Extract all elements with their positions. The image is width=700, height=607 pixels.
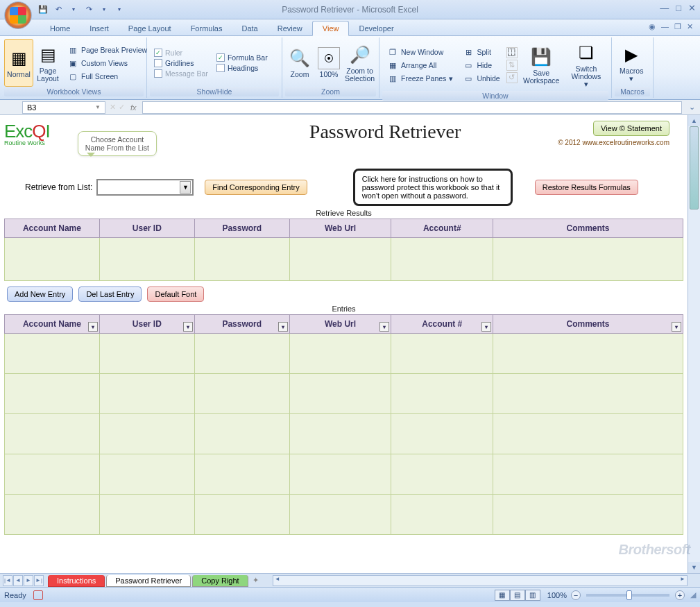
maximize-button[interactable]: □: [676, 3, 681, 13]
macros-button[interactable]: ▶Macros▾: [615, 39, 648, 87]
scroll-down-icon[interactable]: ▼: [688, 562, 700, 573]
find-entry-button[interactable]: Find Corresponding Entry: [205, 180, 307, 195]
prev-sheet-button[interactable]: ◄: [13, 575, 23, 586]
sync-scroll-icon[interactable]: ⇅: [506, 60, 518, 71]
macro-record-icon[interactable]: [33, 590, 43, 600]
entries-header[interactable]: Comments▾: [493, 315, 683, 334]
doc-close-button[interactable]: ✕: [687, 22, 693, 31]
help-icon[interactable]: ◉: [649, 22, 656, 31]
entries-header[interactable]: User ID▾: [99, 315, 194, 334]
close-button[interactable]: ✕: [688, 3, 696, 13]
split-button[interactable]: ⊞Split: [461, 46, 502, 58]
table-row[interactable]: [5, 238, 683, 281]
filter-icon[interactable]: ▾: [278, 322, 288, 332]
undo-menu-icon[interactable]: ▾: [68, 4, 79, 15]
custom-views-button[interactable]: ▣Custom Views: [65, 57, 149, 69]
doc-minimize-button[interactable]: —: [661, 22, 669, 31]
sheet-tab-copyright[interactable]: Copy Right: [192, 575, 248, 587]
zoom-out-button[interactable]: −: [571, 590, 581, 600]
table-row[interactable]: [5, 495, 683, 535]
table-row[interactable]: [5, 454, 683, 495]
zoom-100-button[interactable]: ⦿100%: [314, 39, 343, 87]
page-break-preview-button[interactable]: ▥Page Break Preview: [65, 44, 149, 56]
minimize-button[interactable]: —: [660, 3, 669, 13]
page-layout-button[interactable]: ▤ Page Layout: [33, 39, 62, 87]
expand-formula-bar-icon[interactable]: ⌄: [686, 103, 697, 112]
sheet-tab-password-retriever[interactable]: Password Retriever: [106, 575, 191, 587]
page-layout-view-btn[interactable]: ▤: [510, 590, 525, 601]
scroll-thumb[interactable]: [690, 126, 699, 210]
redo-icon[interactable]: ↷: [83, 4, 94, 15]
filter-icon[interactable]: ▾: [183, 322, 193, 332]
office-button[interactable]: [4, 1, 32, 29]
reset-pos-icon[interactable]: ↺: [506, 72, 518, 83]
ruler-checkbox[interactable]: ✓Ruler: [153, 48, 210, 58]
filter-icon[interactable]: ▾: [481, 322, 491, 332]
view-statement-button[interactable]: View © Statement: [593, 121, 669, 136]
switch-windows-button[interactable]: ❏Switch Windows ▾: [564, 39, 608, 91]
full-screen-button[interactable]: ▢Full Screen: [65, 70, 149, 83]
table-row[interactable]: [5, 374, 683, 414]
hide-button[interactable]: ▭Hide: [461, 59, 502, 71]
tab-data[interactable]: Data: [232, 22, 267, 35]
vertical-scrollbar[interactable]: ▲ ▼: [688, 115, 700, 573]
sheet-tab-instructions[interactable]: Instructions: [48, 575, 105, 587]
filter-icon[interactable]: ▾: [672, 322, 681, 332]
save-workspace-button[interactable]: 💾Save Workspace: [519, 39, 564, 91]
filter-icon[interactable]: ▾: [88, 322, 98, 332]
first-sheet-button[interactable]: |◄: [3, 575, 12, 586]
qat-customize-icon[interactable]: ▾: [114, 4, 125, 15]
filter-icon[interactable]: ▾: [379, 322, 389, 332]
zoom-slider[interactable]: [586, 594, 669, 597]
restore-formulas-button[interactable]: Restore Results Formulas: [535, 180, 638, 195]
cancel-formula-icon[interactable]: ✕: [110, 103, 116, 112]
enter-formula-icon[interactable]: ✓: [119, 103, 125, 112]
normal-view-btn[interactable]: ▦: [495, 590, 510, 601]
formula-input[interactable]: [142, 101, 682, 114]
horizontal-scrollbar[interactable]: [273, 575, 688, 586]
arrange-all-button[interactable]: ▦Arrange All: [385, 59, 455, 71]
entries-header[interactable]: Account Name▾: [5, 315, 100, 334]
entries-header[interactable]: Account #▾: [391, 315, 493, 334]
next-sheet-button[interactable]: ►: [24, 575, 33, 586]
scroll-up-icon[interactable]: ▲: [688, 115, 700, 126]
tab-insert[interactable]: Insert: [80, 22, 119, 35]
tab-page-layout[interactable]: Page Layout: [119, 22, 181, 35]
new-window-button[interactable]: ❐New Window: [385, 46, 455, 58]
gridlines-checkbox[interactable]: Gridlines: [153, 58, 210, 68]
zoom-in-button[interactable]: +: [675, 590, 685, 600]
retrieve-combo[interactable]: ▼: [96, 179, 194, 196]
side-by-side-icon[interactable]: ⿰: [506, 47, 518, 58]
fx-icon[interactable]: fx: [130, 103, 137, 112]
formula-bar-checkbox[interactable]: ✓Formula Bar: [215, 53, 269, 62]
default-font-button[interactable]: Default Font: [147, 287, 204, 302]
headings-checkbox[interactable]: Headings: [215, 63, 269, 73]
zoom-level[interactable]: 100%: [547, 591, 567, 599]
tab-view[interactable]: View: [312, 21, 350, 36]
chevron-down-icon[interactable]: ▼: [180, 181, 191, 194]
last-sheet-button[interactable]: ►|: [34, 575, 44, 586]
table-row[interactable]: [5, 414, 683, 454]
freeze-panes-button[interactable]: ▥Freeze Panes ▾: [385, 72, 455, 85]
delete-last-entry-button[interactable]: Del Last Entry: [78, 287, 142, 302]
redo-menu-icon[interactable]: ▾: [99, 4, 110, 15]
name-box[interactable]: B3▼: [22, 101, 105, 114]
instructions-box[interactable]: Click here for instructions on how to pa…: [353, 169, 513, 206]
zoom-button[interactable]: 🔍Zoom: [285, 39, 314, 87]
add-entry-button[interactable]: Add New Entry: [7, 287, 73, 302]
save-icon[interactable]: 💾: [37, 4, 49, 15]
message-bar-checkbox[interactable]: Message Bar: [153, 69, 210, 78]
resize-grip-icon[interactable]: ◢: [690, 590, 696, 599]
table-row[interactable]: [5, 334, 683, 374]
undo-icon[interactable]: ↶: [53, 4, 64, 15]
tab-home[interactable]: Home: [40, 22, 80, 35]
entries-header[interactable]: Password▾: [194, 315, 289, 334]
page-break-view-btn[interactable]: ▥: [525, 590, 540, 601]
entries-header[interactable]: Web Url▾: [289, 315, 391, 334]
doc-restore-button[interactable]: ❐: [674, 22, 681, 31]
normal-view-button[interactable]: ▦ Normal: [4, 39, 33, 87]
tab-formulas[interactable]: Formulas: [181, 22, 232, 35]
tab-review[interactable]: Review: [268, 22, 312, 35]
zoom-selection-button[interactable]: 🔎Zoom to Selection: [343, 39, 376, 87]
tab-developer[interactable]: Developer: [349, 22, 403, 35]
